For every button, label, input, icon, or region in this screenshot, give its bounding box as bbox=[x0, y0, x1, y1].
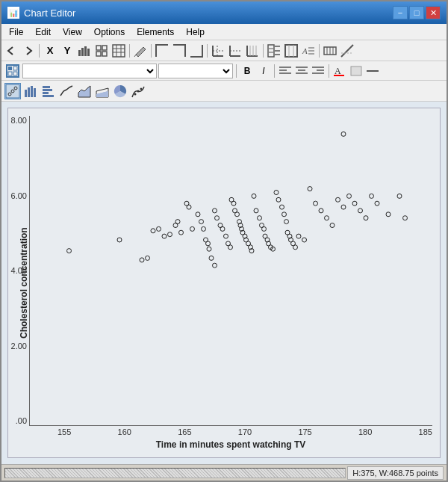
status-grip bbox=[4, 468, 346, 478]
x-button[interactable]: X bbox=[42, 43, 58, 59]
menu-edit[interactable]: Edit bbox=[29, 24, 57, 40]
svg-point-123 bbox=[249, 249, 254, 253]
chart-type-hbar[interactable] bbox=[40, 83, 57, 99]
highlight-button[interactable] bbox=[349, 64, 364, 78]
y-button[interactable]: Y bbox=[59, 43, 75, 59]
separator-2 bbox=[129, 44, 130, 58]
svg-point-159 bbox=[375, 201, 379, 206]
svg-point-88 bbox=[162, 234, 167, 238]
svg-rect-6 bbox=[96, 52, 101, 56]
font-size-dropdown[interactable] bbox=[158, 64, 233, 78]
chart-icon-button[interactable] bbox=[76, 43, 93, 59]
svg-point-82 bbox=[67, 249, 72, 253]
close-button[interactable]: ✕ bbox=[426, 6, 441, 19]
svg-point-160 bbox=[386, 212, 391, 217]
back-button[interactable] bbox=[3, 43, 19, 59]
svg-point-148 bbox=[319, 208, 323, 213]
chart-type-line[interactable] bbox=[58, 83, 75, 99]
pen-button[interactable] bbox=[132, 43, 149, 59]
svg-point-101 bbox=[207, 247, 211, 251]
chart-type-stacked-area[interactable] bbox=[94, 83, 111, 99]
svg-point-124 bbox=[252, 194, 256, 198]
svg-point-83 bbox=[117, 238, 122, 242]
separator-8 bbox=[274, 64, 275, 78]
chart-type-scatter[interactable] bbox=[4, 83, 21, 99]
svg-point-144 bbox=[296, 234, 301, 238]
svg-rect-49 bbox=[13, 72, 17, 75]
svg-point-151 bbox=[336, 197, 340, 202]
lines-button[interactable] bbox=[339, 43, 355, 59]
svg-point-89 bbox=[168, 232, 172, 237]
title-controls: − □ ✕ bbox=[393, 6, 441, 19]
bold-button[interactable]: B bbox=[240, 64, 255, 78]
svg-rect-48 bbox=[8, 72, 12, 75]
svg-point-143 bbox=[293, 245, 298, 250]
series-button[interactable] bbox=[322, 43, 338, 59]
x-axis-label: Time in minutes spent watching TV bbox=[29, 436, 432, 450]
chart-type-other[interactable] bbox=[130, 83, 146, 99]
svg-point-87 bbox=[157, 226, 161, 231]
border-style-button[interactable] bbox=[365, 64, 380, 78]
svg-point-100 bbox=[206, 241, 211, 246]
forward-button[interactable] bbox=[20, 43, 37, 59]
svg-point-97 bbox=[199, 220, 204, 224]
svg-point-86 bbox=[151, 229, 155, 233]
svg-point-136 bbox=[280, 205, 284, 209]
chart-type-area[interactable] bbox=[76, 83, 93, 99]
menu-help[interactable]: Help bbox=[180, 24, 211, 40]
data-labels-button[interactable]: A bbox=[300, 43, 317, 59]
svg-rect-70 bbox=[34, 88, 36, 97]
separator-4 bbox=[207, 44, 208, 58]
format-chart-button[interactable] bbox=[4, 63, 21, 79]
chart-container: Cholesterol concentration 8.00 6.00 4.00… bbox=[7, 108, 441, 458]
corner-tr-button[interactable] bbox=[171, 43, 187, 59]
chart-type-pie[interactable] bbox=[112, 83, 128, 99]
window-title: Chart Editor bbox=[24, 7, 75, 19]
legend-button[interactable] bbox=[266, 43, 282, 59]
svg-rect-72 bbox=[43, 89, 52, 91]
chart-type-bar[interactable] bbox=[22, 83, 39, 99]
svg-point-105 bbox=[215, 216, 220, 220]
font-family-dropdown[interactable] bbox=[22, 64, 157, 78]
align-right-button[interactable] bbox=[311, 64, 326, 78]
svg-point-126 bbox=[258, 216, 262, 220]
title-bar-left: 📊 Chart Editor bbox=[7, 7, 75, 19]
maximize-button[interactable]: □ bbox=[409, 6, 424, 19]
svg-rect-4 bbox=[96, 46, 101, 50]
svg-point-79 bbox=[134, 93, 137, 95]
svg-line-13 bbox=[134, 55, 136, 57]
grid-button[interactable] bbox=[93, 43, 110, 59]
svg-line-43 bbox=[341, 45, 353, 57]
svg-point-128 bbox=[262, 226, 267, 231]
menu-options[interactable]: Options bbox=[88, 24, 131, 40]
menu-file[interactable]: File bbox=[3, 24, 29, 40]
svg-text:A: A bbox=[302, 46, 308, 55]
svg-point-133 bbox=[271, 247, 276, 251]
main-window: 📊 Chart Editor − □ ✕ File Edit View Opti… bbox=[0, 0, 448, 482]
minimize-button[interactable]: − bbox=[393, 6, 408, 19]
corner-tl-button[interactable] bbox=[154, 43, 170, 59]
menu-view[interactable]: View bbox=[57, 24, 88, 40]
svg-text:A: A bbox=[335, 66, 341, 76]
grid-lines-button[interactable] bbox=[244, 43, 261, 59]
axis-both-button[interactable] bbox=[210, 43, 226, 59]
align-left-button[interactable] bbox=[278, 64, 293, 78]
italic-button[interactable]: I bbox=[256, 64, 271, 78]
svg-point-80 bbox=[137, 90, 140, 92]
separator-6 bbox=[319, 44, 320, 58]
svg-point-134 bbox=[274, 191, 279, 195]
svg-rect-60 bbox=[334, 75, 344, 76]
corner-br-button[interactable] bbox=[188, 43, 205, 59]
axis-x-button[interactable] bbox=[227, 43, 243, 59]
table-button[interactable] bbox=[111, 43, 127, 59]
svg-point-157 bbox=[364, 216, 368, 220]
align-center-button[interactable] bbox=[294, 64, 309, 78]
font-color-button[interactable]: A bbox=[332, 64, 347, 78]
separator-7 bbox=[236, 64, 237, 78]
border-button[interactable] bbox=[283, 43, 299, 59]
y-tick-8: 8.00 bbox=[1, 116, 27, 125]
svg-rect-3 bbox=[87, 49, 90, 56]
menu-elements[interactable]: Elements bbox=[131, 24, 180, 40]
svg-rect-5 bbox=[102, 46, 107, 50]
chart-inner: 8.00 6.00 4.00 2.00 .00 155 160 165 170 … bbox=[29, 116, 432, 450]
